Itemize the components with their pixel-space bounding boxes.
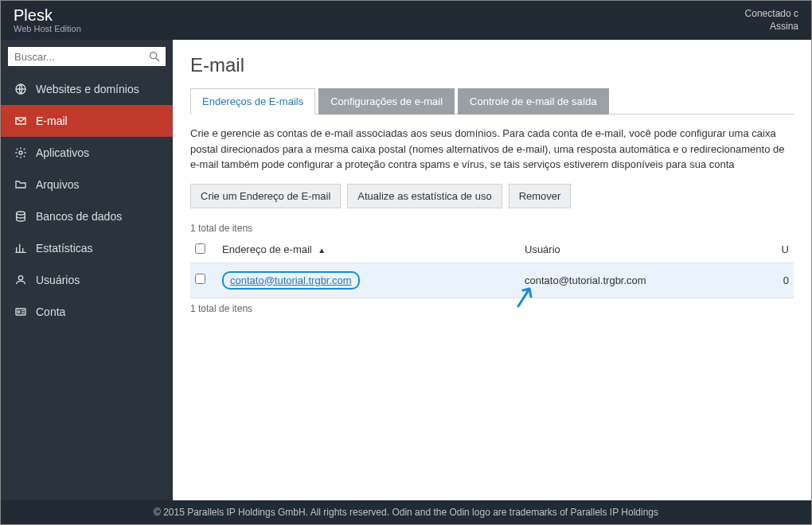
svg-point-8	[18, 311, 20, 313]
topbar-status: Conectado c Assina	[745, 8, 798, 33]
column-user[interactable]: Usuário	[525, 243, 765, 255]
folder-icon	[14, 178, 28, 191]
sidebar-item-email[interactable]: E-mail	[1, 105, 173, 137]
sidebar-item-label: E-mail	[36, 115, 68, 127]
sidebar-item-label: Estatísticas	[36, 242, 93, 255]
svg-line-1	[156, 58, 159, 61]
chart-icon	[14, 242, 28, 255]
column-email-label: Endereço de e-mail	[222, 243, 312, 255]
sidebar-item-label: Aplicativos	[36, 146, 89, 159]
email-address-link[interactable]: contato@tutorial.trgbr.com	[222, 271, 360, 290]
main-content: E-mail Endereços de E-mails Configuraçõe…	[173, 40, 811, 500]
page-title: E-mail	[190, 54, 794, 76]
sidebar-item-label: Usuários	[36, 274, 80, 286]
tab-settings[interactable]: Configurações de e-mail	[318, 88, 455, 115]
create-email-button[interactable]: Crie um Endereço de E-mail	[190, 184, 341, 208]
row-u: 0	[765, 274, 789, 286]
table-row: contato@tutorial.trgbr.com contato@tutor…	[190, 263, 794, 298]
sidebar-item-label: Websites e domínios	[36, 83, 139, 95]
mail-icon	[14, 115, 28, 127]
sidebar-item-apps[interactable]: Aplicativos	[1, 137, 173, 169]
card-icon	[14, 305, 28, 318]
tabs: Endereços de E-mails Configurações de e-…	[190, 88, 794, 115]
update-stats-button[interactable]: Atualize as estatística de uso	[347, 184, 502, 208]
column-email[interactable]: Endereço de e-mail ▲	[222, 243, 525, 255]
tab-outgoing[interactable]: Controle de e-mail de saída	[458, 88, 609, 115]
brand-subtitle: Web Host Edition	[14, 24, 81, 33]
pointer-arrow-icon	[513, 284, 537, 311]
tab-addresses[interactable]: Endereços de E-mails	[190, 88, 315, 115]
item-count-bottom: 1 total de itens	[190, 303, 794, 314]
nav: Websites e domínios E-mail Aplicativos A…	[1, 73, 173, 328]
sidebar-item-files[interactable]: Arquivos	[1, 169, 173, 200]
search-box[interactable]	[8, 47, 166, 66]
footer: © 2015 Parallels IP Holdings GmbH. All r…	[1, 500, 811, 524]
sidebar-item-label: Bancos de dados	[36, 210, 122, 223]
sidebar-item-users[interactable]: Usuários	[1, 264, 173, 296]
page-description: Crie e gerencie as contas de e-mail asso…	[190, 126, 794, 173]
row-user: contato@tutorial.trgbr.com	[525, 274, 765, 286]
toolbar: Crie um Endereço de E-mail Atualize as e…	[190, 184, 794, 208]
footer-text: © 2015 Parallels IP Holdings GmbH. All r…	[154, 507, 658, 518]
sidebar-item-label: Conta	[36, 305, 65, 318]
search-input[interactable]	[14, 51, 148, 63]
globe-icon	[14, 83, 28, 95]
sidebar-item-label: Arquivos	[36, 178, 79, 191]
svg-point-5	[17, 212, 25, 215]
gear-icon	[14, 146, 28, 159]
search-icon[interactable]	[148, 50, 161, 63]
sidebar-item-websites[interactable]: Websites e domínios	[1, 73, 173, 105]
user-icon	[14, 274, 28, 286]
sort-asc-icon: ▲	[318, 246, 326, 255]
subscription-label: Assina	[745, 21, 798, 33]
svg-point-4	[19, 151, 22, 154]
sidebar: Websites e domínios E-mail Aplicativos A…	[1, 40, 173, 500]
sidebar-item-stats[interactable]: Estatísticas	[1, 232, 173, 264]
remove-button[interactable]: Remover	[509, 184, 572, 208]
column-u[interactable]: U	[765, 243, 789, 255]
select-all-checkbox[interactable]	[195, 243, 205, 254]
brand-title: Plesk	[14, 6, 81, 24]
svg-point-6	[18, 276, 22, 280]
sidebar-item-databases[interactable]: Bancos de dados	[1, 200, 173, 232]
topbar: Plesk Web Host Edition Conectado c Assin…	[1, 1, 811, 40]
brand: Plesk Web Host Edition	[14, 6, 81, 33]
database-icon	[14, 210, 28, 223]
table-header: Endereço de e-mail ▲ Usuário U	[190, 237, 794, 263]
item-count-top: 1 total de itens	[190, 223, 794, 234]
svg-point-0	[150, 52, 157, 59]
sidebar-item-account[interactable]: Conta	[1, 296, 173, 328]
row-checkbox[interactable]	[195, 274, 205, 284]
connected-label: Conectado c	[745, 8, 798, 21]
